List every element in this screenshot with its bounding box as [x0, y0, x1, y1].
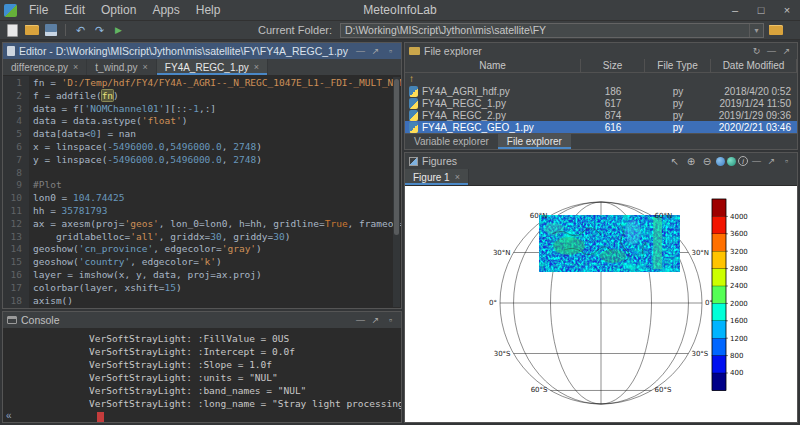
column-header-file-type[interactable]: File Type	[645, 59, 711, 72]
editor-tab-t_wind.py[interactable]: t_wind.py×	[87, 59, 157, 75]
menu-file[interactable]: File	[21, 3, 56, 17]
minimize-icon[interactable]: —	[354, 315, 367, 325]
editor-tab-FY4A_REGC_1.py[interactable]: FY4A_REGC_1.py×	[157, 59, 268, 75]
save-button[interactable]	[43, 23, 58, 38]
tab-variable-explorer[interactable]: Variable explorer	[405, 134, 498, 149]
console-line: VerSoftStrayLight: :Slope = 1.0f	[89, 358, 401, 371]
run-script-button[interactable]: ▶	[111, 23, 126, 38]
code-line: 10lon0 = 104.74425	[3, 192, 401, 205]
browse-folder-button[interactable]	[768, 23, 783, 38]
full-extent-icon[interactable]	[727, 157, 736, 166]
map-figure: 60°N60°N30°N30°N0°0°30°S30°S60°S60°S4000…	[405, 186, 797, 422]
close-button[interactable]: ×	[774, 0, 800, 20]
new-file-icon	[7, 24, 18, 37]
new-file-button[interactable]	[5, 23, 20, 38]
svg-text:60°S: 60°S	[531, 386, 548, 394]
code-line: 3data = f['NOMChannel01'][::-1,:]	[3, 103, 401, 116]
minimize-button[interactable]: –	[722, 0, 748, 20]
console-line: VerSoftStrayLight: :Intercept = 0.0f	[89, 345, 401, 358]
code-line: 7y = linspace(-5496000.0,5496000.0, 2748…	[3, 154, 401, 167]
code-line: 8	[3, 167, 401, 180]
editor-code[interactable]: 1fn = 'D:/Temp/hdf/FY4/FY4A-_AGRI--_N_RE…	[3, 76, 401, 308]
code-line: 2f = addfile(fn)	[3, 90, 401, 103]
console-output[interactable]: VerSoftStrayLight: :FillValue = 0USVerSo…	[3, 328, 401, 422]
select-arrow-icon[interactable]: ↖	[668, 156, 682, 167]
meteoinfolab-window: FileEditOptionAppsHelp MeteoInfoLab –□× …	[0, 0, 800, 425]
toolbar-separator	[65, 24, 66, 36]
zoom-in-icon[interactable]: ⊕	[684, 156, 698, 167]
file-row[interactable]: FY4A_REGC_GEO_1.py616py2020/2/21 03:46	[405, 121, 797, 133]
current-folder-input[interactable]	[341, 24, 749, 36]
refresh-icon[interactable]: ↻	[750, 46, 763, 56]
figure-tabbar: Figure 1 ×	[405, 169, 797, 186]
figure-canvas[interactable]: 60°N60°N30°N30°N0°0°30°S30°S60°S60°S4000…	[405, 186, 797, 422]
file-row[interactable]: FY4A_AGRI_hdf.py186py2018/4/20 0:52	[405, 85, 797, 97]
menu-bar: FileEditOptionAppsHelp MeteoInfoLab –□×	[0, 0, 800, 21]
open-file-button[interactable]	[24, 23, 39, 38]
column-header-date-modified[interactable]: Date Modified	[711, 59, 797, 72]
console-panel: Console — ↗ ▫ VerSoftStrayLight: :FillVa…	[2, 311, 402, 423]
menu-help[interactable]: Help	[188, 3, 229, 17]
tab-file-explorer[interactable]: File explorer	[498, 134, 571, 149]
redo-button[interactable]: ↷	[92, 23, 107, 38]
svg-text:60°N: 60°N	[655, 212, 673, 220]
globe-icon[interactable]	[716, 157, 725, 166]
minimize-icon[interactable]: —	[354, 46, 367, 56]
app-logo-icon	[4, 4, 17, 17]
close-tab-icon[interactable]: ×	[254, 62, 259, 72]
figures-panel: Figures ↖ ⊕ ⊖ i — ↗ ▫ Figur	[404, 152, 798, 423]
close-tab-icon[interactable]: ×	[143, 62, 148, 72]
maximize-icon[interactable]: ▫	[780, 156, 793, 166]
minimize-icon[interactable]: —	[750, 156, 763, 166]
python-file-icon	[409, 110, 418, 121]
code-line: 1fn = 'D:/Temp/hdf/FY4/FY4A-_AGRI--_N_RE…	[3, 77, 401, 90]
file-row[interactable]: ↑	[405, 73, 797, 85]
svg-text:2000: 2000	[730, 300, 748, 308]
file-row[interactable]: FY4A_REGC_1.py617py2019/1/24 11:50	[405, 97, 797, 109]
code-line: 16layer = imshow(x, y, data, proj=ax.pro…	[3, 269, 401, 282]
editor-tab-difference.py[interactable]: difference.py×	[3, 59, 87, 75]
minimize-icon[interactable]: —	[765, 46, 778, 56]
python-file-icon	[409, 122, 418, 133]
maximize-button[interactable]: □	[748, 0, 774, 20]
close-tab-icon[interactable]: ×	[73, 62, 78, 72]
menu-apps[interactable]: Apps	[144, 3, 187, 17]
file-table: NameSizeFile TypeDate Modified ↑FY4A_AGR…	[405, 59, 797, 133]
float-icon[interactable]: ↗	[369, 315, 382, 325]
svg-text:30°S: 30°S	[691, 350, 708, 358]
svg-text:60°S: 60°S	[655, 386, 672, 394]
editor-panel: Editor - D:\Working\MIScript\Jython\mis\…	[2, 42, 402, 309]
zoom-out-icon[interactable]: ⊖	[700, 156, 714, 167]
menu-option[interactable]: Option	[93, 3, 144, 17]
identify-icon[interactable]: i	[738, 156, 748, 166]
combo-dropdown-icon[interactable]: ▾	[749, 24, 763, 37]
svg-text:3200: 3200	[730, 248, 748, 256]
editor-title: Editor - D:\Working\MIScript\Jython\mis\…	[19, 45, 348, 57]
column-header-size[interactable]: Size	[581, 59, 645, 72]
float-icon[interactable]: ↗	[780, 46, 793, 56]
float-icon[interactable]: ↗	[369, 46, 382, 56]
column-header-name[interactable]: Name	[405, 59, 581, 72]
file-row[interactable]: FY4A_REGC_2.py874py2019/1/29 09:36	[405, 109, 797, 121]
scrollbar-thumb[interactable]	[394, 79, 399, 235]
float-icon[interactable]: ↗	[765, 156, 778, 166]
scroll-left-icon[interactable]: «	[6, 410, 12, 421]
current-folder-combo: ▾	[340, 23, 764, 38]
svg-text:800: 800	[730, 352, 743, 360]
code-line: 4data = data.astype('float')	[3, 115, 401, 128]
file-explorer-title: File explorer	[424, 45, 482, 57]
menu-edit[interactable]: Edit	[56, 3, 93, 17]
maximize-icon[interactable]: ▫	[384, 315, 397, 325]
code-line: 5data[data<0] = nan	[3, 128, 401, 141]
console-title-bar: Console — ↗ ▫	[3, 312, 401, 328]
undo-button[interactable]: ↶	[73, 23, 88, 38]
close-icon[interactable]: ×	[455, 172, 460, 182]
svg-text:30°S: 30°S	[494, 350, 511, 358]
main-toolbar: ↶ ↷ ▶ Current Folder: ▾	[0, 21, 800, 40]
console-title: Console	[21, 314, 60, 326]
maximize-icon[interactable]: ▫	[384, 46, 397, 56]
svg-text:30°N: 30°N	[493, 249, 511, 257]
figures-title-bar: Figures ↖ ⊕ ⊖ i — ↗ ▫	[405, 153, 797, 169]
editor-scrollbar[interactable]	[393, 77, 400, 307]
tab-figure-1[interactable]: Figure 1 ×	[405, 169, 469, 185]
